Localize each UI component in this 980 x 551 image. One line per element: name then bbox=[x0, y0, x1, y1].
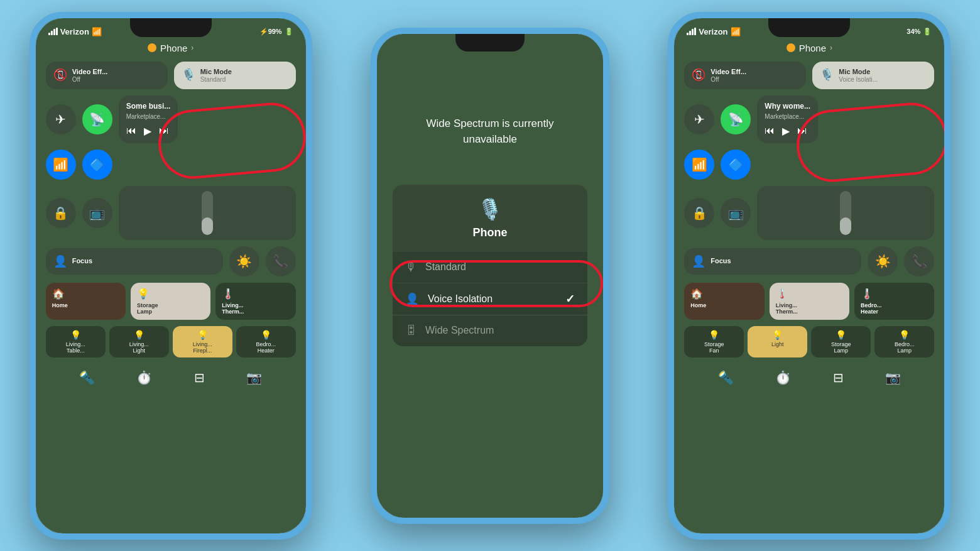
flashlight-icon-left[interactable]: 🔦 bbox=[79, 370, 95, 385]
focus-icon-left: 👤 bbox=[53, 254, 67, 268]
airplane-btn-left[interactable]: ✈ bbox=[46, 104, 76, 134]
mic-item-voice-isolation[interactable]: 👤 Voice Isolation ✓ bbox=[393, 283, 587, 315]
mirror-right[interactable]: 📺 bbox=[721, 198, 751, 228]
scan-icon-right[interactable]: ⊟ bbox=[833, 370, 844, 385]
signal-bars-left bbox=[48, 28, 58, 35]
camera-icon-right[interactable]: 📷 bbox=[885, 370, 901, 385]
media-tile-right[interactable]: Why wome... Marketplace... ⏮ ▶ ⏭ bbox=[757, 95, 818, 143]
mic-item-wide-spectrum: 🎛 Wide Spectrum bbox=[393, 315, 587, 346]
rewind-icon-left[interactable]: ⏮ bbox=[126, 125, 136, 136]
light-icon-right-4: 💡 bbox=[879, 330, 929, 340]
brightness-btn-left[interactable]: ☀️ bbox=[229, 246, 259, 276]
light-label-left-3: Living...Firepl... bbox=[193, 341, 212, 354]
therm-tile-left[interactable]: 🌡️ Living...Therm... bbox=[215, 283, 295, 320]
scan-icon-left[interactable]: ⊟ bbox=[194, 370, 205, 385]
mic-item-standard[interactable]: 🎙 Standard bbox=[393, 252, 587, 283]
focus-tile-right[interactable]: 👤 Focus bbox=[684, 248, 861, 275]
wifi-btn-right[interactable]: 📶 bbox=[684, 150, 714, 180]
cellular-btn-right[interactable]: 📡 bbox=[721, 104, 751, 134]
lock-row-left: 🔒 📺 bbox=[46, 186, 296, 240]
phone-btn-left[interactable]: 📞 bbox=[266, 246, 296, 276]
phone-frame-middle: Wide Spectrum is currently unavailable 🎙… bbox=[371, 28, 609, 524]
light-tile-left-3[interactable]: 💡 Living...Firepl... bbox=[173, 326, 232, 357]
light-tile-left-4[interactable]: 💡 Bedro...Heater bbox=[236, 326, 296, 357]
cc-grid-right: 📵 Video Eff... Off 🎙️ Mic Mode Voice Iso… bbox=[674, 57, 944, 396]
wb-row-right: 📶 🔷 bbox=[684, 150, 934, 180]
focus-row-left: 👤 Focus ☀️ 📞 bbox=[46, 246, 296, 276]
camera-icon-left[interactable]: 📷 bbox=[246, 370, 262, 385]
cellular-icon-right: 📡 bbox=[728, 112, 744, 127]
rotation-lock-right[interactable]: 🔒 bbox=[684, 198, 714, 228]
phone-frame-right: Verizon 📶 34% 🔋 Phone › 📵 bbox=[668, 12, 950, 540]
focus-tile-left[interactable]: 👤 Focus bbox=[46, 248, 223, 275]
light-tile-right-2[interactable]: 💡 Light bbox=[748, 326, 807, 357]
airplane-btn-right[interactable]: ✈ bbox=[684, 104, 714, 134]
wifi-icon-btn-right: 📶 bbox=[692, 157, 707, 172]
video-effects-icon-left: 📵 bbox=[53, 68, 67, 82]
light-tile-left-2[interactable]: 💡 Living...Light bbox=[109, 326, 169, 357]
wifi-btn-left[interactable]: 📶 bbox=[46, 150, 76, 180]
media-title-left: Some busi... bbox=[126, 102, 171, 111]
video-effects-tile-left[interactable]: 📵 Video Eff... Off bbox=[46, 62, 168, 89]
light-label-right-2: Light bbox=[771, 341, 784, 347]
light-tile-left-1[interactable]: 💡 Living...Table... bbox=[46, 326, 106, 357]
carrier-right: Verizon bbox=[699, 27, 727, 36]
play-icon-right[interactable]: ▶ bbox=[782, 125, 790, 137]
timer-icon-right[interactable]: ⏱️ bbox=[775, 370, 791, 385]
voice-isolation-label: Voice Isolation bbox=[428, 293, 565, 305]
mic-mode-icon-left: 🎙️ bbox=[182, 68, 195, 82]
battery-percent-right: 34% bbox=[906, 28, 920, 35]
mic-menu-items: 🎙 Standard 👤 Voice Isolation ✓ 🎛 Wide Sp… bbox=[393, 252, 587, 346]
bottom-bar-left: 🔦 ⏱️ ⊟ 📷 bbox=[46, 364, 296, 391]
forward-icon-right[interactable]: ⏭ bbox=[797, 125, 807, 136]
light-tile-right-1[interactable]: 💡 StorageFan bbox=[684, 326, 744, 357]
light-tile-right-3[interactable]: 💡 StorageLamp bbox=[811, 326, 871, 357]
chevron-right: › bbox=[830, 43, 832, 52]
timer-icon-left[interactable]: ⏱️ bbox=[136, 370, 152, 385]
brightness-btn-right[interactable]: ☀️ bbox=[868, 246, 898, 276]
brightness-slider-left[interactable] bbox=[119, 186, 296, 240]
mirror-icon-left: 📺 bbox=[89, 205, 105, 221]
play-icon-left[interactable]: ▶ bbox=[144, 125, 151, 137]
battery-percent-left: ⚡99% bbox=[259, 28, 282, 36]
notch-right bbox=[768, 18, 850, 37]
bt-icon-left: 🔷 bbox=[89, 157, 105, 172]
mic-mode-tile-right[interactable]: 🎙️ Mic Mode Voice Isolati... bbox=[812, 62, 934, 89]
phone-icon-left: 📞 bbox=[273, 254, 288, 269]
rotation-lock-left[interactable]: 🔒 bbox=[46, 198, 76, 228]
brightness-slider-right[interactable] bbox=[757, 186, 934, 240]
mirror-left[interactable]: 📺 bbox=[82, 198, 112, 228]
rewind-icon-right[interactable]: ⏮ bbox=[765, 125, 775, 136]
heater-tile-right[interactable]: 🌡️ Bedro...Heater bbox=[854, 283, 934, 320]
home-tile-right-1[interactable]: 🏠 Home bbox=[684, 283, 764, 320]
video-effects-label-left: Video Eff... bbox=[72, 68, 108, 76]
mic-mode-tile-left[interactable]: 🎙️ Mic Mode Standard bbox=[174, 62, 296, 89]
lamp-icon-left: 💡 bbox=[137, 288, 204, 300]
light-icon-left-1: 💡 bbox=[51, 330, 101, 340]
middle-row-right: ✈ 📡 Why wome... Marketplace... ⏮ ▶ ⏭ bbox=[684, 95, 934, 143]
cellular-btn-left[interactable]: 📡 bbox=[82, 104, 112, 134]
media-tile-left[interactable]: Some busi... Marketplace... ⏮ ▶ ⏭ bbox=[119, 95, 178, 143]
bt-btn-right[interactable]: 🔷 bbox=[721, 150, 751, 180]
therm-tile-right[interactable]: 🌡️ Living...Therm... bbox=[770, 283, 849, 320]
flashlight-icon-right[interactable]: 🔦 bbox=[718, 370, 734, 385]
home-tile-left-1[interactable]: 🏠 Home bbox=[46, 283, 126, 320]
bt-btn-left[interactable]: 🔷 bbox=[82, 150, 112, 180]
signal-bars-right bbox=[687, 28, 696, 35]
app-title-right: Phone bbox=[799, 43, 826, 53]
cc-grid-left: 📵 Video Eff... Off 🎙️ Mic Mode Standard bbox=[36, 57, 306, 396]
lamp-tile-left[interactable]: 💡 StorageLamp bbox=[131, 283, 210, 320]
brightness-fill-left bbox=[202, 217, 213, 235]
home-row-left: 🏠 Home 💡 StorageLamp 🌡️ Living...Therm..… bbox=[46, 283, 296, 320]
forward-icon-left[interactable]: ⏭ bbox=[159, 125, 169, 136]
light-tile-right-4[interactable]: 💡 Bedro...Lamp bbox=[874, 326, 934, 357]
phone-btn-right[interactable]: 📞 bbox=[904, 246, 934, 276]
brightness-track-right bbox=[840, 191, 851, 235]
media-controls-left: ⏮ ▶ ⏭ bbox=[126, 125, 171, 137]
wide-spectrum-label: Wide Spectrum bbox=[425, 325, 575, 336]
light-label-right-1: StorageFan bbox=[704, 341, 724, 354]
video-effects-tile-right[interactable]: 📵 Video Eff... Off bbox=[684, 62, 806, 89]
top-row-left: 📵 Video Eff... Off 🎙️ Mic Mode Standard bbox=[46, 62, 296, 89]
lamp-label-left: StorageLamp bbox=[137, 302, 204, 315]
checkmark-icon: ✓ bbox=[565, 292, 575, 306]
